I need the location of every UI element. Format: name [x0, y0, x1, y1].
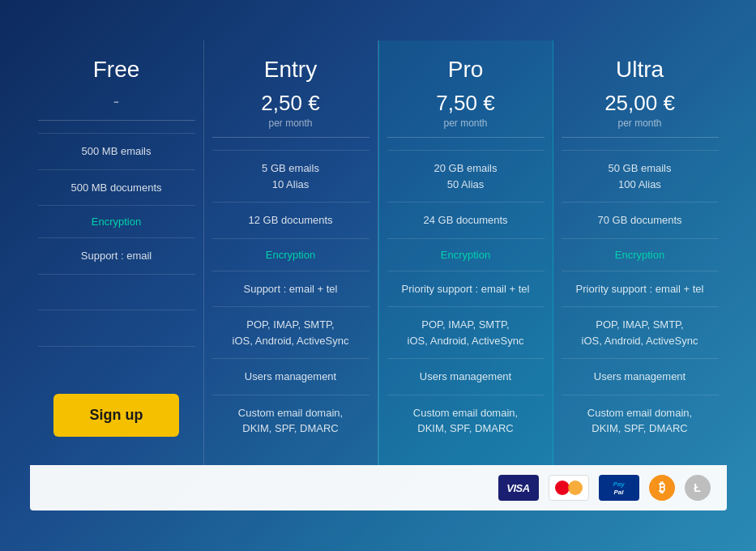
plan-free-feature-2: 500 MB documents: [38, 169, 195, 206]
plan-entry-name: Entry: [212, 57, 369, 83]
plan-free-feature-6: [38, 310, 195, 346]
plan-entry-feature-5: POP, IMAP, SMTP, iOS, Android, ActiveSyn…: [212, 306, 369, 358]
plan-free: Free - 500 MB emails 500 MB documents En…: [30, 41, 204, 465]
plans-row: Free - 500 MB emails 500 MB documents En…: [30, 41, 727, 465]
plan-ultra-name: Ultra: [562, 57, 719, 83]
plan-ultra-feature-6: Users management: [562, 358, 719, 395]
payment-methods-row: VISA Pay Pal ₿ Ł: [30, 465, 727, 510]
plan-entry-price: 2,50 €: [212, 91, 369, 116]
plan-ultra-feature-1: 50 GB emails 100 Alias: [562, 150, 719, 202]
plan-pro-price: 7,50 €: [387, 91, 545, 116]
plan-entry-feature-1: 5 GB emails 10 Alias: [212, 150, 369, 202]
plan-pro-feature-2: 24 GB documents: [387, 202, 545, 238]
plan-ultra-feature-4: Priority support : email + tel: [562, 271, 719, 307]
plan-free-feature-7: [38, 346, 195, 382]
plan-ultra-encryption: Encryption: [562, 238, 719, 271]
plan-entry: Entry 2,50 € per month 5 GB emails 10 Al…: [204, 41, 378, 465]
plan-free-feature-4: Support : email: [38, 237, 195, 274]
plan-pro-encryption: Encryption: [387, 238, 545, 271]
plan-ultra-feature-7: Custom email domain, DKIM, SPF, DMARC: [562, 395, 719, 446]
plan-ultra-price: 25,00 €: [562, 91, 719, 116]
plan-pro-feature-7: Custom email domain, DKIM, SPF, DMARC: [387, 395, 545, 446]
bitcoin-icon: ₿: [649, 475, 675, 501]
plan-entry-feature-7: Custom email domain, DKIM, SPF, DMARC: [212, 395, 369, 446]
plan-free-name: Free: [38, 57, 195, 83]
litecoin-icon: Ł: [685, 475, 711, 501]
plan-ultra: Ultra 25,00 € per month 50 GB emails 100…: [553, 41, 727, 465]
plan-pro: Pro 7,50 € per month 20 GB emails 50 Ali…: [378, 41, 553, 465]
mastercard-icon: [549, 475, 589, 501]
plan-pro-feature-5: POP, IMAP, SMTP, iOS, Android, ActiveSyn…: [387, 306, 545, 358]
plan-pro-period: per month: [387, 117, 545, 129]
plan-free-feature-1: 500 MB emails: [38, 133, 195, 169]
plan-free-feature-5: [38, 274, 195, 310]
signup-button[interactable]: Sign up: [53, 394, 179, 437]
paypal-icon: Pay Pal: [599, 475, 639, 501]
plan-entry-encryption: Encryption: [212, 238, 369, 271]
plan-pro-feature-4: Priority support : email + tel: [387, 271, 545, 307]
plan-ultra-feature-2: 70 GB documents: [562, 202, 719, 238]
plan-ultra-period: per month: [562, 117, 719, 129]
plan-pro-feature-1: 20 GB emails 50 Alias: [387, 150, 545, 202]
plan-ultra-feature-5: POP, IMAP, SMTP, iOS, Android, ActiveSyn…: [562, 306, 719, 358]
plan-pro-name: Pro: [387, 57, 545, 83]
pricing-container: Free - 500 MB emails 500 MB documents En…: [30, 41, 727, 510]
visa-icon: VISA: [498, 475, 539, 501]
plan-entry-period: per month: [212, 117, 369, 129]
plan-entry-feature-4: Support : email + tel: [212, 271, 369, 307]
plan-entry-feature-6: Users management: [212, 358, 369, 395]
plan-entry-feature-2: 12 GB documents: [212, 202, 369, 238]
plan-free-encryption: Encryption: [38, 205, 195, 237]
plan-free-price: -: [38, 91, 195, 112]
plan-pro-feature-6: Users management: [387, 358, 545, 395]
